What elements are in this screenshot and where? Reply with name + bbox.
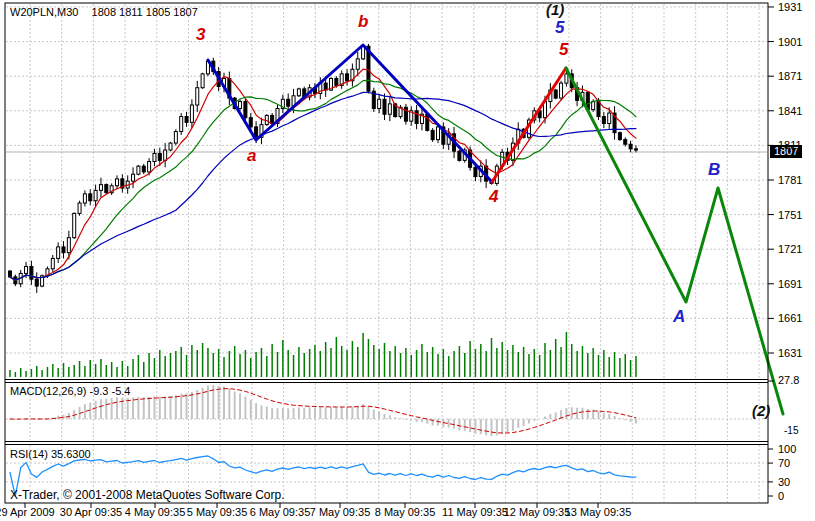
price-axis-label: 1871	[778, 71, 802, 82]
price-axis-label: 1721	[778, 244, 802, 255]
price-axis-label: 1841	[778, 106, 802, 117]
date-axis-label: 29 Apr 2009	[0, 507, 55, 518]
wave-label-b: b	[358, 13, 368, 30]
wave-label-4: 4	[489, 188, 498, 205]
macd-indicator-label: MACD(12,26,9) -9.3 -5.4	[10, 385, 130, 397]
price-axis-label: 1751	[778, 210, 802, 221]
date-axis-label: 8 May 09:35	[375, 507, 436, 518]
ohlc-values-label: 1808 1811 1805 1807	[92, 6, 198, 18]
wave-label-B: B	[708, 161, 720, 178]
wave-label-5: 5	[559, 41, 568, 58]
price-chart-canvas[interactable]	[0, 0, 815, 521]
date-axis-label: 6 May 09:35	[250, 507, 311, 518]
date-axis-label: 30 Apr 09:35	[60, 507, 122, 518]
rsi-axis-label: 0	[778, 491, 784, 502]
price-axis-label: 1661	[778, 313, 802, 324]
copyright-text: X-Trader, © 2001-2008 MetaQuotes Softwar…	[10, 489, 285, 501]
price-axis-label: 1901	[778, 37, 802, 48]
symbol-period-label: W20PLN,M30	[10, 6, 78, 18]
wave-label-3: 3	[196, 26, 205, 43]
wave-label-5: 5	[555, 19, 564, 36]
date-axis-label: 12 May 09:35	[504, 507, 571, 518]
wave-label-1: (1)	[546, 2, 564, 17]
rsi-indicator-label: RSI(14) 35.6300	[10, 448, 91, 460]
rsi-axis-label: 70	[778, 458, 790, 469]
macd-scale-top-label: 27.8	[778, 375, 799, 386]
price-axis-label: 1811	[778, 140, 802, 151]
price-axis-label: 1931	[778, 2, 802, 13]
trading-chart-window: W20PLN,M30 1808 1811 1805 1807 MACD(12,2…	[0, 0, 815, 521]
date-axis-label: 5 May 09:35	[187, 507, 248, 518]
rsi-axis-label: 30	[778, 477, 790, 488]
macd-scale-bottom-label: -15	[784, 425, 798, 436]
price-axis-label: 1781	[778, 175, 802, 186]
date-axis-label: 11 May 09:35	[442, 507, 508, 518]
wave-label-2: (2)	[752, 403, 770, 418]
price-axis-label: 1631	[778, 348, 802, 359]
chart-title: W20PLN,M30 1808 1811 1805 1807	[10, 6, 198, 18]
wave-label-A: A	[673, 308, 685, 325]
rsi-axis-label: 100	[778, 444, 796, 455]
date-axis-label: 4 May 09:35	[125, 507, 186, 518]
date-axis-label: 7 May 09:35	[310, 507, 371, 518]
price-axis-label: 1691	[778, 279, 802, 290]
wave-label-a: a	[247, 147, 256, 164]
date-axis-label: 13 May 09:35	[565, 507, 632, 518]
